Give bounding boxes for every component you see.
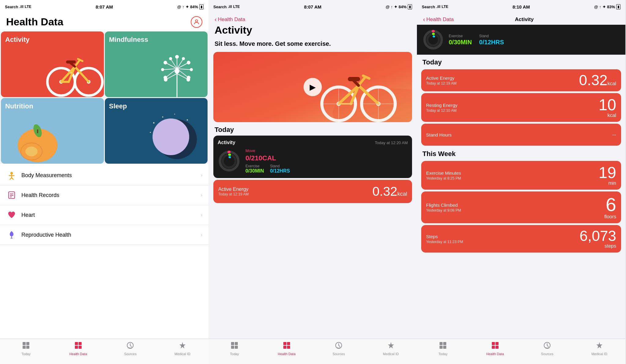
loc-2: @	[386, 5, 390, 9]
svg-rect-92	[231, 342, 234, 345]
medicalid-icon-1	[179, 341, 186, 351]
stand-label: Stand	[270, 164, 290, 168]
bat-2: 84%	[399, 5, 407, 9]
svg-point-69	[333, 89, 412, 122]
tab-healthdata-label-3: Health Data	[486, 352, 504, 356]
resting-energy-card[interactable]: Resting Energy Today at 12:10 AM 10kcal	[421, 93, 621, 122]
energy-right-s2: 0.32kcal	[372, 184, 407, 199]
tab-today-3[interactable]: Today	[417, 341, 469, 356]
lte-2: LTE	[233, 5, 240, 9]
activity-rings-svg	[218, 150, 241, 173]
chevron-icon-records: ›	[201, 192, 202, 198]
sleep-tile[interactable]: Sleep ✦ ✦ ✦ ✦ ✦ ✦	[105, 98, 208, 164]
svg-point-0	[195, 20, 197, 22]
page-title: Health Data	[6, 16, 63, 28]
resting-energy-time: Today at 12:10 AM	[426, 108, 458, 113]
heart-icon	[6, 209, 17, 220]
tab-sources-1[interactable]: Sources	[104, 341, 156, 356]
flights-left: Flights Climbed Yesterday at 9:08 PM	[426, 202, 461, 213]
flights-right: 6floors	[604, 195, 616, 220]
status-right-2: @ ↑ ✦ 84% ▮	[386, 4, 412, 9]
mindfulness-tile[interactable]: Mindfulness	[105, 31, 208, 97]
activity-card-time: Today at 12:20 AM	[375, 140, 408, 145]
exercise-minutes-card[interactable]: Exercise Minutes Yesterday at 8:25 PM 19…	[421, 161, 621, 190]
tab-healthdata-3[interactable]: Health Data	[469, 341, 521, 356]
repro-icon	[6, 229, 17, 240]
back-button-2[interactable]: ‹ Health Data	[215, 16, 245, 23]
arrow-icon: ↑	[182, 5, 184, 9]
healthdata-icon-3	[491, 341, 499, 351]
location-icon: @	[177, 5, 181, 9]
stand-value: 0/12HRS	[270, 168, 290, 174]
video-thumbnail[interactable]: ▶	[213, 52, 412, 122]
exercise-min-left: Exercise Minutes Yesterday at 8:25 PM	[426, 170, 461, 180]
activity-description: Sit less. Move more. Get some exercise.	[208, 40, 417, 52]
svg-text:✦: ✦	[174, 113, 175, 115]
back-button-3[interactable]: ‹ Health Data	[423, 16, 454, 23]
tab-medicalid-2[interactable]: Medical ID	[365, 341, 417, 356]
status-bar-3: Search .ill LTE 8:10 AM @ ↑ ✦ 83% ▮	[417, 0, 625, 13]
tab-today-1[interactable]: Today	[0, 341, 52, 356]
steps-card[interactable]: Steps Yesterday at 11:23 PM 6,073steps	[421, 225, 621, 253]
tab-medicalid-label-3: Medical ID	[591, 352, 607, 356]
svg-rect-64	[75, 342, 78, 345]
svg-line-25	[166, 69, 177, 77]
flights-card[interactable]: Flights Climbed Yesterday at 9:08 PM 6fl…	[421, 191, 621, 223]
svg-point-22	[187, 78, 190, 81]
menu-item-records[interactable]: Health Records ›	[0, 185, 208, 205]
tab-healthdata-1[interactable]: Health Data	[52, 341, 105, 356]
search-label: Search	[5, 5, 18, 9]
active-energy-card-s3[interactable]: Active Energy Today at 12:19 AM 0.32kcal	[421, 69, 621, 91]
activity-tile[interactable]: Activity	[1, 31, 104, 97]
menu-item-heart[interactable]: Heart ›	[0, 205, 208, 225]
activity-summary-card: Activity Today at 12:20 AM	[213, 136, 412, 178]
chevron-icon-repro: ›	[201, 232, 202, 238]
signal-2: .ill	[228, 5, 232, 9]
menu-item-repro[interactable]: Reproductive Health ›	[0, 225, 208, 245]
svg-rect-63	[26, 346, 29, 349]
stand-hours-card[interactable]: Stand Hours --	[421, 124, 621, 146]
bluetooth-icon: ✦	[186, 5, 189, 9]
summary-metrics: Exercise 0/30MIN Stand 0/12HRS	[449, 34, 620, 46]
resting-energy-right: 10kcal	[598, 97, 616, 118]
active-energy-card-s2[interactable]: Active Energy Today at 12:19 AM 0.32kcal	[213, 180, 412, 203]
tab-medicalid-1[interactable]: Medical ID	[156, 341, 209, 356]
steps-right: 6,073steps	[580, 229, 616, 249]
tab-bar-1: Today Health Data Sources	[0, 339, 208, 364]
tab-sources-2[interactable]: Sources	[313, 341, 365, 356]
status-bar-2: Search .ill LTE 8:07 AM @ ↑ ✦ 84% ▮	[208, 0, 417, 13]
mindfulness-label: Mindfulness	[109, 36, 148, 44]
active-energy-val-row: 0.32kcal	[579, 73, 616, 88]
svg-point-28	[164, 61, 167, 64]
exercise-sum-label: Exercise	[449, 34, 472, 38]
profile-button[interactable]	[191, 16, 202, 28]
svg-point-49	[153, 118, 189, 155]
tab-medicalid-3[interactable]: Medical ID	[573, 341, 626, 356]
resting-energy-unit: kcal	[608, 113, 616, 118]
tab-today-2[interactable]: Today	[208, 341, 261, 356]
svg-rect-62	[23, 346, 26, 349]
svg-rect-65	[79, 342, 82, 345]
sources-icon-3	[543, 341, 551, 351]
repro-label: Reproductive Health	[21, 232, 197, 238]
status-right-1: @ ↑ ✦ 84% ▮	[177, 4, 204, 9]
tab-sources-3[interactable]: Sources	[521, 341, 573, 356]
resting-energy-val: 10	[598, 97, 616, 113]
nutrition-tile[interactable]: Nutrition	[1, 98, 104, 164]
active-energy-lbl: Active Energy	[426, 75, 456, 81]
svg-rect-60	[23, 342, 26, 345]
nutrition-label: Nutrition	[5, 102, 33, 110]
resting-energy-lbl: Resting Energy	[426, 103, 458, 108]
arr-3: ↑	[599, 5, 601, 9]
time-2: 8:07 AM	[304, 4, 322, 9]
activity-summary-card-s3: Exercise 0/30MIN Stand 0/12HRS	[417, 25, 625, 55]
menu-item-body[interactable]: Body Measurements ›	[0, 166, 208, 185]
move-label: Move	[245, 148, 255, 153]
svg-point-30	[182, 57, 185, 60]
tab-healthdata-2[interactable]: Health Data	[261, 341, 313, 356]
energy-time-s2: Today at 12:19 AM	[218, 192, 249, 196]
screen2-scroll: Activity Sit less. Move more. Get some e…	[208, 23, 417, 364]
move-value: 0/210CAL	[245, 154, 408, 162]
play-button[interactable]: ▶	[304, 78, 322, 96]
svg-rect-12	[66, 60, 76, 64]
